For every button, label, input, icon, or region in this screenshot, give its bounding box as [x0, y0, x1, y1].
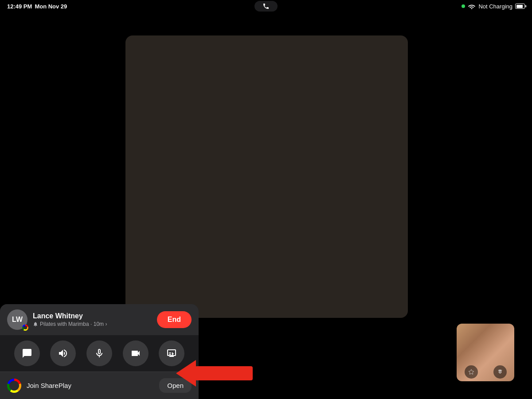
camera-icon — [130, 348, 141, 359]
wifi-icon — [468, 3, 476, 9]
status-right: Not Charging — [462, 3, 525, 10]
shareplay-left: Join SharePlay — [7, 379, 71, 393]
red-arrow — [195, 360, 270, 387]
arrow-container — [195, 360, 270, 387]
call-indicator[interactable] — [254, 1, 278, 12]
shareplay-label: Join SharePlay — [27, 382, 71, 389]
caller-text: Lance Whitney Pilates with Marimba · 10m… — [33, 312, 107, 327]
control-panel: LW Lance Whitney Pilates with Marimba · … — [0, 304, 199, 399]
video-main — [125, 35, 408, 318]
pip-overlay — [457, 365, 514, 379]
mic-icon — [94, 348, 105, 359]
arrow-head — [176, 360, 196, 387]
caller-info: LW Lance Whitney Pilates with Marimba · … — [7, 309, 107, 330]
green-dot — [462, 4, 465, 8]
message-button[interactable] — [14, 340, 40, 366]
date-display: Mon Nov 29 — [35, 3, 67, 10]
status-bar: 12:49 PM Mon Nov 29 Not Charging — [0, 0, 532, 12]
time-display: 12:49 PM — [7, 3, 32, 10]
status-left: 12:49 PM Mon Nov 29 — [7, 3, 67, 10]
camera-button[interactable] — [123, 340, 149, 366]
speaker-icon — [58, 348, 68, 359]
caller-avatar: LW — [7, 309, 27, 330]
caller-name: Lance Whitney — [33, 312, 107, 320]
battery-icon — [515, 4, 525, 9]
pip-star-icon — [465, 365, 478, 379]
arrow-shaft — [195, 366, 253, 380]
pip-thumbnail[interactable] — [457, 324, 514, 381]
ringtone-icon — [33, 321, 38, 327]
avatar-ring — [22, 325, 28, 331]
end-call-button[interactable]: End — [157, 311, 192, 328]
message-icon — [22, 348, 32, 359]
status-center — [254, 1, 278, 12]
call-subtitle-text: Pilates with Marimba · 10m › — [40, 321, 107, 327]
call-subtitle: Pilates with Marimba · 10m › — [33, 321, 107, 327]
shareplay-icon — [7, 379, 21, 393]
battery-status-text: Not Charging — [478, 3, 512, 10]
mic-button[interactable] — [86, 340, 112, 366]
shareplay-row: Join SharePlay Open — [0, 372, 199, 399]
phone-icon — [262, 3, 270, 10]
controls-row — [0, 335, 199, 372]
call-info-row: LW Lance Whitney Pilates with Marimba · … — [0, 304, 199, 335]
pip-camera-icon — [493, 365, 507, 379]
share-screen-icon — [166, 348, 177, 359]
speaker-button[interactable] — [50, 340, 76, 366]
